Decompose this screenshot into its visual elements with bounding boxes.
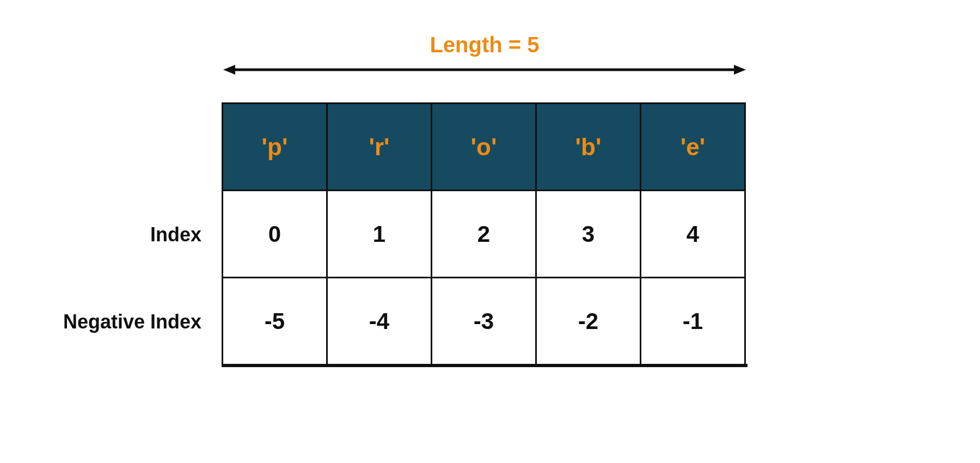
char-cell: 'e' xyxy=(640,102,746,191)
neg-index-cell: -3 xyxy=(431,277,537,365)
index-cell: 1 xyxy=(326,190,432,278)
svg-marker-2 xyxy=(734,65,746,75)
index-cell: 4 xyxy=(640,190,746,278)
neg-index-cell: -2 xyxy=(535,277,641,365)
index-cell: 3 xyxy=(535,190,641,278)
char-cell: 'b' xyxy=(535,102,641,191)
neg-index-cell: -4 xyxy=(326,277,432,365)
length-arrow xyxy=(223,62,746,78)
neg-index-cell: -5 xyxy=(222,277,328,365)
row-label-neg-index: Negative Index xyxy=(54,278,223,365)
string-index-diagram: Length = 5 'p' 'r' 'o' 'b' 'e' Index 0 1… xyxy=(54,33,762,367)
char-cell: 'o' xyxy=(431,102,537,191)
char-cell: 'r' xyxy=(326,102,432,191)
index-cell: 0 xyxy=(222,190,328,278)
index-table: 'p' 'r' 'o' 'b' 'e' Index 0 1 2 3 4 Nega… xyxy=(54,104,762,365)
neg-index-cell: -1 xyxy=(640,277,746,365)
char-cell: 'p' xyxy=(222,102,328,191)
row-label-chars xyxy=(54,104,223,191)
length-label: Length = 5 xyxy=(223,33,746,57)
svg-marker-1 xyxy=(223,65,235,75)
row-label-index: Index xyxy=(54,191,223,278)
index-cell: 2 xyxy=(431,190,537,278)
